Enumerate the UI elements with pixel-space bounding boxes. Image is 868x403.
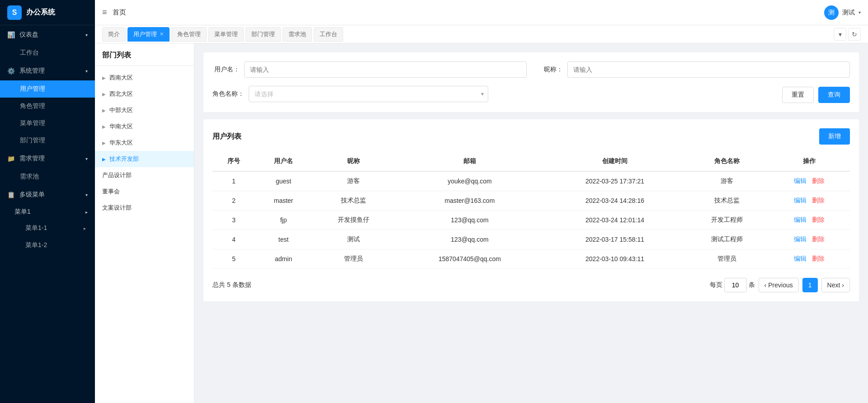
sidebar-item-xuqiu[interactable]: 📁 需求管理 ▾: [0, 149, 95, 168]
sidebar-item-caidan[interactable]: 菜单管理: [0, 115, 95, 132]
tab-controls: ▾ ↻: [834, 28, 861, 41]
dept-item-cpsj[interactable]: 产品设计部: [95, 167, 194, 183]
table-header-row: 序号 用户名 昵称 邮箱 创建时间 角色名称 操作: [212, 152, 850, 171]
add-user-button[interactable]: 新增: [819, 128, 850, 145]
sidebar-item-caidan1[interactable]: 菜单1 ▸: [0, 204, 95, 220]
chevron-right-icon: ▸: [85, 210, 88, 215]
dept-item-jskf[interactable]: ▶ 技术开发部: [95, 151, 194, 167]
header-left: ≡ 首页: [102, 8, 126, 17]
edit-button[interactable]: 编辑: [794, 255, 807, 262]
dept-label-hn: 华南大区: [109, 122, 133, 131]
role-select[interactable]: 请选择 游客 技术总监 开发工程师 测试工程师 管理员: [249, 86, 488, 102]
delete-button[interactable]: 删除: [812, 177, 825, 184]
chevron-right-icon: ›: [842, 281, 844, 289]
prev-button[interactable]: ‹ Previous: [759, 278, 799, 292]
chevron-down-icon-4: ▾: [85, 192, 88, 197]
sidebar-item-duoji[interactable]: 📋 多级菜单 ▾: [0, 185, 95, 204]
col-no: 序号: [212, 152, 255, 171]
chevron-right-icon-2: ▸: [84, 226, 86, 231]
tab-label-caidan: 菜单管理: [214, 30, 238, 38]
dept-item-hn[interactable]: ▶ 华南大区: [95, 118, 194, 135]
sidebar-item-yibiaopan[interactable]: 📊 仪表盘 ▾: [0, 25, 95, 44]
username-input[interactable]: [244, 61, 527, 78]
logo-icon: S: [7, 5, 22, 20]
cell-created: 2022-03-25 17:37:21: [544, 171, 686, 191]
sidebar-label-yonghu: 用户管理: [20, 85, 45, 93]
tab-label-yonghu: 用户管理: [133, 30, 157, 38]
tab-refresh-btn[interactable]: ↻: [848, 28, 861, 41]
sidebar-label-bumen: 部门管理: [20, 136, 45, 145]
tab-yonghu[interactable]: 用户管理 ✕: [127, 27, 170, 42]
next-button[interactable]: Next ›: [821, 278, 850, 292]
sidebar-label-duoji: 多级菜单: [19, 191, 45, 199]
sidebar-item-caidan11[interactable]: 菜单1-1 ▸: [0, 220, 95, 237]
dept-item-hd[interactable]: ▶ 华东大区: [95, 135, 194, 151]
tab-xuqiuchi[interactable]: 需求池: [283, 27, 312, 42]
sidebar-item-xitong[interactable]: ⚙️ 系统管理 ▾: [0, 61, 95, 80]
sidebar-item-caidan12[interactable]: 菜单1-2: [0, 237, 95, 254]
sidebar-item-xuqiuchi[interactable]: 需求池: [0, 168, 95, 185]
table-title: 用户列表: [212, 132, 241, 141]
main-content: ≡ 首页 测 测试 ▾ 简介 用户管理 ✕ 角色管理 菜单管理 部门管理 需求池: [95, 0, 868, 403]
delete-button[interactable]: 删除: [812, 255, 825, 262]
form-row-1: 用户名： 昵称：: [212, 61, 850, 78]
sidebar-item-juese[interactable]: 角色管理: [0, 98, 95, 115]
edit-button[interactable]: 编辑: [794, 216, 807, 223]
nickname-input[interactable]: [567, 61, 850, 78]
tab-close-yonghu[interactable]: ✕: [160, 31, 164, 37]
cell-action: 编辑 删除: [769, 171, 850, 191]
edit-button[interactable]: 编辑: [794, 177, 807, 184]
tab-juese[interactable]: 角色管理: [171, 27, 207, 42]
dept-item-dsh[interactable]: 董事会: [95, 183, 194, 200]
sidebar-item-gongtai[interactable]: 工作台: [0, 44, 95, 61]
tab-caidan[interactable]: 菜单管理: [208, 27, 244, 42]
edit-button[interactable]: 编辑: [794, 197, 807, 204]
tab-jianjie[interactable]: 简介: [102, 27, 126, 42]
search-button[interactable]: 查询: [818, 87, 850, 103]
breadcrumb: 首页: [113, 8, 126, 17]
tab-label-xuqiuchi: 需求池: [288, 30, 306, 38]
edit-button[interactable]: 编辑: [794, 235, 807, 243]
chevron-down-icon-2: ▾: [85, 69, 88, 74]
cell-role: 游客: [685, 171, 769, 191]
delete-button[interactable]: 删除: [812, 216, 825, 223]
page-size-unit: 条: [749, 281, 755, 289]
sidebar-label-xuqiuchi: 需求池: [20, 173, 39, 181]
cell-role: 技术总监: [685, 191, 769, 211]
sidebar-item-yonghu[interactable]: 用户管理: [0, 80, 95, 98]
page-1-button[interactable]: 1: [802, 278, 818, 292]
tab-gongtai[interactable]: 工作台: [314, 27, 343, 42]
cell-nickname: 开发摸鱼仔: [312, 211, 395, 230]
menu-icon: 📋: [7, 191, 15, 198]
cell-nickname: 管理员: [312, 249, 395, 269]
user-name[interactable]: 测试: [842, 9, 855, 17]
tab-dropdown-btn[interactable]: ▾: [834, 28, 846, 41]
tab-label-bumen: 部门管理: [251, 30, 275, 38]
dept-sidebar: 部门列表 ▶ 西南大区 ▶ 西北大区 ▶ 中部大区 ▶ 华南大区 ▶ 华东大区: [95, 43, 194, 403]
dept-item-wans[interactable]: 文案设计部: [95, 200, 194, 216]
dept-item-zb[interactable]: ▶ 中部大区: [95, 102, 194, 118]
delete-button[interactable]: 删除: [812, 197, 825, 204]
page-size-input[interactable]: [724, 278, 747, 292]
delete-button[interactable]: 删除: [812, 235, 825, 243]
main-panel: 用户名： 昵称： 角色名称： 请选择 游客: [194, 43, 868, 403]
table-row: 1 guest 游客 youke@qq.com 2022-03-25 17:37…: [212, 171, 850, 191]
settings-icon: ⚙️: [7, 67, 15, 75]
table-header: 用户列表 新增: [212, 128, 850, 145]
tab-label-juese: 角色管理: [177, 30, 201, 38]
sidebar-item-bumen[interactable]: 部门管理: [0, 132, 95, 149]
cell-role: 测试工程师: [685, 230, 769, 249]
chevron-right-icon-hd: ▶: [102, 141, 106, 145]
cell-email: youke@qq.com: [395, 171, 544, 191]
dept-item-xb[interactable]: ▶ 西北大区: [95, 86, 194, 102]
menu-toggle-icon[interactable]: ≡: [102, 8, 107, 17]
cell-action: 编辑 删除: [769, 230, 850, 249]
user-dropdown-icon[interactable]: ▾: [859, 10, 861, 15]
dept-label-wans: 文案设计部: [102, 204, 132, 212]
avatar: 测: [824, 5, 839, 20]
cell-email: master@163.com: [395, 191, 544, 211]
col-created: 创建时间: [544, 152, 686, 171]
dept-item-xn[interactable]: ▶ 西南大区: [95, 70, 194, 86]
reset-button[interactable]: 重置: [782, 87, 814, 103]
tab-bumen[interactable]: 部门管理: [245, 27, 281, 42]
